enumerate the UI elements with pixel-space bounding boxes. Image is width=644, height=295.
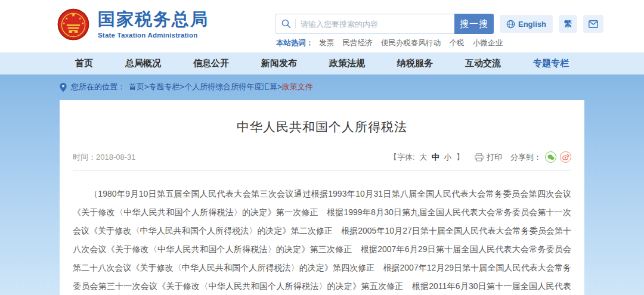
breadcrumb-trail[interactable]: 首页>专题专栏>个人所得综合所得年度汇算> <box>129 82 282 92</box>
font-size-medium-button[interactable]: 中 <box>432 153 439 162</box>
breadcrumb: 您所在的位置： 首页>专题专栏>个人所得综合所得年度汇算> 政策文件 <box>60 74 584 92</box>
date-label: 时间： <box>73 153 96 162</box>
wechat-icon <box>547 154 555 160</box>
printer-icon <box>475 153 484 162</box>
site-logo[interactable]: ★ ★ ★ ★ ★ 国家税务总局 State Taxation Administ… <box>57 8 209 41</box>
hotword-link[interactable]: 小微企业 <box>473 39 503 47</box>
hotword-link[interactable]: 发票 <box>319 39 334 47</box>
main-content-area: 您所在的位置： 首页>专题专栏>个人所得综合所得年度汇算> 政策文件 中华人民共… <box>0 74 644 295</box>
svg-text:★: ★ <box>79 17 82 20</box>
search-box[interactable] <box>275 14 454 34</box>
mail-icon <box>589 20 598 28</box>
font-size-small-button[interactable]: 小 <box>444 153 451 162</box>
font-control-suffix: 】 <box>456 153 464 162</box>
nav-item-tax-services[interactable]: 纳税服务 <box>397 58 433 69</box>
print-button[interactable]: 打印 <box>475 152 502 163</box>
print-label: 打印 <box>487 152 502 163</box>
search-button[interactable]: 搜一搜 <box>454 14 494 34</box>
search-input[interactable] <box>301 20 449 29</box>
article-date: 时间：2018-08-31 <box>73 152 136 163</box>
font-control-prefix: 【字体: <box>389 153 415 162</box>
mail-button[interactable] <box>583 15 603 33</box>
search-icon <box>281 19 291 29</box>
nav-inner: 首页 总局概况 信息公开 新闻发布 政策法规 纳税服务 互动交流 专题专栏 <box>60 52 584 74</box>
nav-item-policies[interactable]: 政策法规 <box>329 58 365 69</box>
hotword-link[interactable]: 民营经济 <box>342 39 372 47</box>
hotword-link[interactable]: 便民办税春风行动 <box>381 39 441 47</box>
date-value: 2018-08-31 <box>96 153 136 162</box>
article-card: 中华人民共和国个人所得税法 时间：2018-08-31 【字体: 大 中 小 】 <box>60 100 584 295</box>
english-button[interactable]: English <box>500 15 553 33</box>
article-meta-row: 时间：2018-08-31 【字体: 大 中 小 】 打印 <box>73 151 571 171</box>
share-label: 分享到： <box>510 152 541 163</box>
share-wechat-button[interactable] <box>545 151 556 163</box>
site-header: ★ ★ ★ ★ ★ 国家税务总局 State Taxation Administ… <box>0 0 644 52</box>
font-size-control: 【字体: 大 中 小 】 <box>388 152 465 163</box>
english-label: English <box>518 20 546 29</box>
search-divider <box>295 19 296 29</box>
globe-icon <box>506 20 515 29</box>
site-subtitle: State Taxation Administration <box>98 32 209 39</box>
svg-text:★: ★ <box>71 12 76 18</box>
national-emblem-icon: ★ ★ ★ ★ ★ <box>57 8 90 41</box>
hotwords-label: 本站热词： <box>276 39 314 47</box>
article-title: 中华人民共和国个人所得税法 <box>73 100 571 135</box>
weibo-icon <box>562 154 569 160</box>
hotword-link[interactable]: 个税 <box>449 39 464 47</box>
nav-item-interaction[interactable]: 互动交流 <box>465 58 501 69</box>
nav-item-info-disclosure[interactable]: 信息公开 <box>193 58 229 69</box>
svg-text:★: ★ <box>81 21 84 25</box>
breadcrumb-prefix: 您所在的位置： <box>71 82 125 92</box>
nav-item-special-topics[interactable]: 专题专栏 <box>533 58 569 69</box>
brand-text: 国家税务总局 State Taxation Administration <box>98 8 209 39</box>
traditional-chinese-button[interactable]: 繁 <box>559 15 577 33</box>
nav-item-overview[interactable]: 总局概况 <box>125 58 161 69</box>
share-weibo-button[interactable] <box>560 151 571 163</box>
main-nav: 首页 总局概况 信息公开 新闻发布 政策法规 纳税服务 互动交流 专题专栏 <box>0 52 644 74</box>
location-pin-icon <box>60 83 67 92</box>
article-toolbar: 【字体: 大 中 小 】 打印 分享到： <box>388 151 571 163</box>
article-body: （1980年9月10日第五届全国人民代表大会第三次会议通过根据1993年10月3… <box>73 185 571 295</box>
search-area: 搜一搜 English 繁 <box>275 14 603 34</box>
nav-item-news[interactable]: 新闻发布 <box>261 58 297 69</box>
nav-item-home[interactable]: 首页 <box>75 58 93 69</box>
svg-text:★: ★ <box>63 21 66 25</box>
breadcrumb-current[interactable]: 政策文件 <box>282 82 313 92</box>
font-size-large-button[interactable]: 大 <box>419 153 427 162</box>
svg-text:★: ★ <box>65 17 68 20</box>
site-title: 国家税务总局 <box>98 10 209 29</box>
hotwords-bar: 本站热词： 发票 民营经济 便民办税春风行动 个税 小微企业 <box>276 38 509 48</box>
